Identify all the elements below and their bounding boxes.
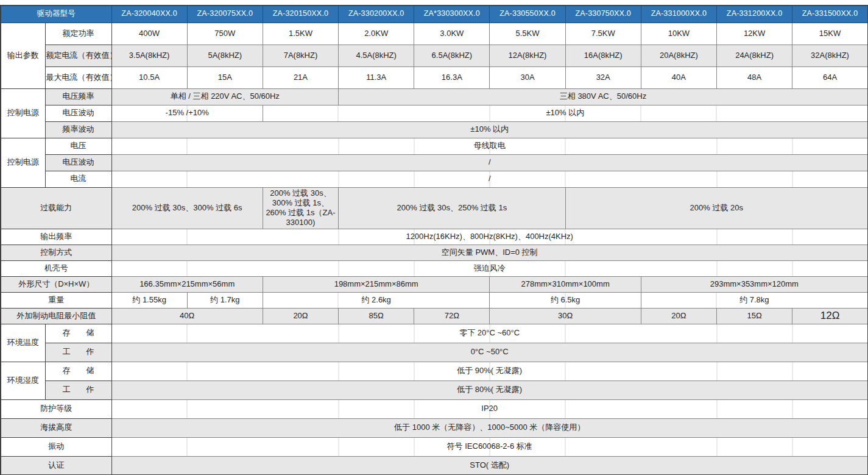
table-row: 认证STO( 选配) xyxy=(1,456,868,475)
header-model-column: ZA*330300XX.0 xyxy=(414,5,490,23)
spec-value: 10.5A xyxy=(111,66,187,88)
table-row: 控制电源电压频率单相 / 三相 220V AC、50/60Hz三相 380V A… xyxy=(1,88,868,105)
row-label: 外形尺寸（D×H×W） xyxy=(1,276,111,292)
spec-value: 低于 1000 米（无降容）、1000~5000 米（降容使用） xyxy=(111,418,868,437)
spec-value: 母线取电 xyxy=(111,138,868,154)
spec-value: 11.3A xyxy=(339,66,414,88)
spec-value: 30Ω xyxy=(490,308,641,324)
table-row: 海拔高度低于 1000 米（无降容）、1000~5000 米（降容使用） xyxy=(1,418,868,437)
header-drive-model-title: 驱动器型号 xyxy=(1,5,111,23)
header-model-column: ZA-331000XX.0 xyxy=(641,5,716,23)
spec-value: 198mm×215mm×86mm xyxy=(263,276,490,292)
group-label: 控制电源 xyxy=(1,138,45,187)
table-row: 重量约 1.55kg约 1.7kg约 2.6kg约 6.5kg约 7.8kg xyxy=(1,292,868,308)
row-label: 认证 xyxy=(1,456,111,475)
spec-value: 72Ω xyxy=(414,308,490,324)
spec-value: 12KW xyxy=(717,23,792,45)
spec-value: 15KW xyxy=(792,23,868,45)
row-label: 工 作 xyxy=(45,380,111,399)
document-page: 驱动器型号ZA-320040XX.0ZA-320075XX.0ZA-320150… xyxy=(0,0,868,475)
table-row: 最大电流（有效值）10.5A15A21A11.3A16.3A30A32A40A4… xyxy=(1,66,868,88)
row-label: 防护等级 xyxy=(1,399,111,418)
row-label: 海拔高度 xyxy=(1,418,111,437)
spec-value: 32A(8kHZ) xyxy=(792,45,868,66)
spec-value: 4.5A(8kHZ) xyxy=(339,45,414,66)
row-label: 过载能力 xyxy=(1,187,111,229)
spec-value: 200% 过载 30s、250% 过载 1s xyxy=(339,187,566,229)
table-row: 驱动器型号ZA-320040XX.0ZA-320075XX.0ZA-320150… xyxy=(1,5,868,23)
spec-value: 1.5KW xyxy=(263,23,338,45)
table-row: 频率波动±10% 以内 xyxy=(1,121,868,138)
spec-value: 符号 IEC60068-2-6 标准 xyxy=(111,437,868,456)
drive-spec-table: 驱动器型号ZA-320040XX.0ZA-320075XX.0ZA-320150… xyxy=(0,5,868,475)
spec-value: 约 7.8kg xyxy=(641,292,868,308)
table-row: 输出频率1200Hz(16KHz)、800Hz(8KHz)、400Hz(4KHz… xyxy=(1,229,868,245)
spec-value: 5.5KW xyxy=(490,23,565,45)
table-row: 电流/ xyxy=(1,171,868,187)
spec-value: 32A xyxy=(565,66,641,88)
spec-value: 40Ω xyxy=(111,308,263,324)
row-label: 电压 xyxy=(45,138,111,154)
row-label: 存 储 xyxy=(45,362,111,380)
spec-value: 40A xyxy=(641,66,716,88)
group-label: 输出参数 xyxy=(1,23,45,88)
header-model-column: ZA-330550XX.0 xyxy=(490,5,565,23)
spec-value: 零下 20°C ~60°C xyxy=(111,324,868,343)
table-row: 机壳号强迫风冷 xyxy=(1,260,868,276)
group-label: 环境温度 xyxy=(1,324,45,362)
spec-value: 低于 90%( 无凝露) xyxy=(111,362,868,380)
header-model-column: ZA-320150XX.0 xyxy=(263,5,338,23)
spec-value: 200% 过载 30s、300% 过载 6s xyxy=(111,187,263,229)
spec-value: 约 1.55kg xyxy=(111,292,187,308)
row-label: 电流 xyxy=(45,171,111,187)
table-row: 环境湿度存 储低于 90%( 无凝露) xyxy=(1,362,868,380)
spec-value: 293mm×353mm×120mm xyxy=(641,276,868,292)
spec-value: 16.3A xyxy=(414,66,490,88)
header-model-column: ZA-330200XX.0 xyxy=(339,5,414,23)
spec-value: 20Ω xyxy=(641,308,716,324)
spec-value: 7.5KW xyxy=(565,23,641,45)
spec-value: 16A(8kHZ) xyxy=(565,45,641,66)
spec-value: 278mm×310mm×100mm xyxy=(490,276,641,292)
spec-value: 6.5A(8kHZ) xyxy=(414,45,490,66)
spec-value: 20A(8kHZ) xyxy=(641,45,716,66)
table-row: 额定电流（有效值）3.5A(8kHZ)5A(8kHZ)7A(8kHZ)4.5A(… xyxy=(1,45,868,66)
spec-value: 64A xyxy=(792,66,868,88)
spec-value: 三相 380V AC、50/60Hz xyxy=(339,88,868,105)
row-label: 存 储 xyxy=(45,324,111,343)
header-model-column: ZA-331500XX.0 xyxy=(792,5,868,23)
row-label: 输出频率 xyxy=(1,229,111,245)
table-row: 输出参数额定功率400W750W1.5KW2.0KW3.0KW5.5KW7.5K… xyxy=(1,23,868,45)
row-label: 电压波动 xyxy=(45,154,111,171)
row-label: 最大电流（有效值） xyxy=(45,66,111,88)
spec-value: 2.0KW xyxy=(339,23,414,45)
table-row: 工 作0°C ~50°C xyxy=(1,343,868,362)
table-row: 振动符号 IEC60068-2-6 标准 xyxy=(1,437,868,456)
header-model-column: ZA-320040XX.0 xyxy=(111,5,187,23)
row-label: 额定电流（有效值） xyxy=(45,45,111,66)
table-row: 控制方式空间矢量 PWM、ID=0 控制 xyxy=(1,245,868,260)
spec-value: / xyxy=(111,154,868,171)
spec-value: IP20 xyxy=(111,399,868,418)
spec-value: 1200Hz(16KHz)、800Hz(8KHz)、400Hz(4KHz) xyxy=(111,229,868,245)
spec-value: 24A(8kHZ) xyxy=(717,45,792,66)
spec-value: 10KW xyxy=(641,23,716,45)
row-label: 电压波动 xyxy=(45,105,111,121)
row-label: 机壳号 xyxy=(1,260,111,276)
spec-value: 3.5A(8kHZ) xyxy=(111,45,187,66)
spec-value: 5A(8kHZ) xyxy=(187,45,263,66)
spec-value: 单相 / 三相 220V AC、50/60Hz xyxy=(111,88,339,105)
spec-value: 空间矢量 PWM、ID=0 控制 xyxy=(111,245,868,260)
row-label: 电压频率 xyxy=(45,88,111,105)
spec-value: 166.35mm×215mm×56mm xyxy=(111,276,263,292)
spec-value: 200% 过载 20s xyxy=(565,187,868,229)
table-row: 电压波动/ xyxy=(1,154,868,171)
row-label: 频率波动 xyxy=(45,121,111,138)
row-label: 振动 xyxy=(1,437,111,456)
spec-value: 约 1.7kg xyxy=(187,292,263,308)
table-row: 控制电源电压母线取电 xyxy=(1,138,868,154)
spec-value: 15Ω xyxy=(717,308,792,324)
spec-value: ±10% 以内 xyxy=(263,105,868,121)
spec-value: / xyxy=(111,171,868,187)
table-row: 工 作低于 80%( 无凝露) xyxy=(1,380,868,399)
